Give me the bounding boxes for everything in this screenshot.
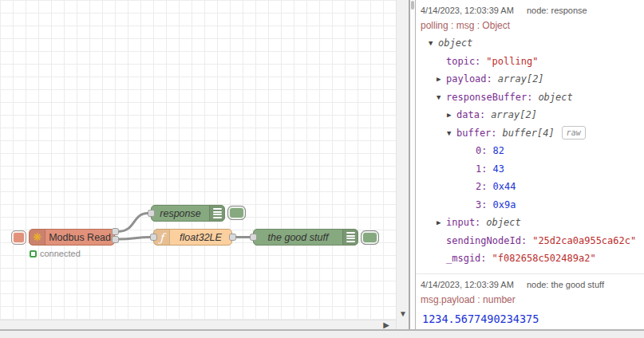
connected-status-icon: [30, 250, 37, 257]
debug-message-meta: 4/14/2023, 12:03:39 AM node: response: [421, 4, 639, 18]
modbus-node-button[interactable]: [11, 230, 26, 245]
message-source-node: node: the good stuff: [527, 280, 604, 289]
canvas-vertical-scrollbar[interactable]: ▼: [396, 0, 409, 329]
response-input-port[interactable]: [148, 210, 155, 217]
node-response[interactable]: response: [151, 205, 225, 222]
tree-row: _msgid:"f082658c502489a2": [421, 250, 639, 268]
wire-modbus-to-response[interactable]: [118, 214, 148, 232]
modbus-output-port-2[interactable]: [112, 236, 119, 243]
message-path: polling : msg : Object: [421, 18, 639, 34]
tree-row: ▶data:array[2]: [421, 106, 639, 124]
scroll-down-arrow-icon[interactable]: ▼: [398, 309, 408, 318]
node-float32le[interactable]: ƒ float32LE: [153, 229, 232, 246]
tree-row: 0:82: [421, 142, 639, 160]
message-timestamp: 4/14/2023, 12:03:39 AM: [421, 6, 514, 15]
modbus-output-port-1[interactable]: [112, 228, 119, 235]
object-tree: ▼object topic:"polling" ▶payload:array[2…: [421, 34, 639, 268]
tree-row: ▶payload:array[2]: [421, 70, 639, 88]
collapse-arrow-icon[interactable]: ▼: [437, 88, 446, 107]
tree-row: ▶input:object: [421, 214, 639, 232]
canvas-horizontal-scrollbar[interactable]: ▶: [0, 320, 396, 329]
wire-layer: [0, 0, 396, 320]
message-source-node: node: response: [527, 6, 587, 15]
modbus-gear-icon: ❋: [33, 232, 41, 242]
tree-row: ▼buffer:buffer[4]raw: [421, 124, 639, 143]
node-label: response: [152, 208, 209, 219]
node-label: float32LE: [170, 232, 231, 243]
debug-message-meta: 4/14/2023, 12:03:39 AM node: the good st…: [421, 278, 639, 292]
raw-toggle-button[interactable]: raw: [562, 126, 586, 140]
tree-row: 3:0x9a: [421, 196, 639, 214]
tree-row: topic:"polling": [421, 53, 639, 71]
goodstuff-debug-toggle-button[interactable]: [361, 230, 379, 245]
tree-row: sendingNodeId:"25d2ca0a955ca62c": [421, 232, 639, 250]
message-timestamp: 4/14/2023, 12:03:39 AM: [421, 280, 514, 289]
modbus-status: connected: [30, 249, 81, 258]
debug-sidebar: 4/14/2023, 12:03:39 AM node: response po…: [416, 0, 644, 329]
window-bottom-edge: [0, 329, 644, 338]
status-label: connected: [40, 249, 81, 258]
float32-input-port[interactable]: [150, 234, 157, 241]
debug-message: 4/14/2023, 12:03:39 AM node: the good st…: [416, 274, 644, 330]
function-icon: ƒ: [160, 232, 164, 243]
modbus-icon-box: ❋: [30, 230, 45, 245]
float32-output-port[interactable]: [229, 234, 236, 241]
wire-modbus-to-float32[interactable]: [118, 238, 150, 240]
message-path: msg.payload : number: [421, 292, 639, 309]
node-label: Modbus Read: [45, 232, 114, 243]
node-modbus-read[interactable]: ❋ Modbus Read: [29, 229, 115, 246]
expand-arrow-icon[interactable]: ▶: [437, 214, 446, 232]
tree-row: ▼responseBuffer:object: [421, 88, 639, 107]
expand-arrow-icon[interactable]: ▶: [437, 70, 446, 88]
debug-output-icon: [209, 206, 224, 221]
node-red-window: ❋ Modbus Read connected response ƒ float…: [0, 0, 644, 338]
node-good-stuff[interactable]: the good stuff: [253, 229, 358, 246]
tree-row: 2:0x44: [421, 178, 639, 196]
collapse-arrow-icon[interactable]: ▼: [447, 124, 456, 143]
debug-output-icon: [342, 230, 358, 245]
message-number-value: 1234.5677490234375: [421, 312, 639, 325]
expand-arrow-icon[interactable]: ▶: [447, 106, 456, 124]
flow-canvas[interactable]: ❋ Modbus Read connected response ƒ float…: [0, 0, 396, 320]
tree-row: 1:43: [421, 160, 639, 179]
collapse-arrow-icon[interactable]: ▼: [429, 34, 438, 53]
tree-row: ▼object: [421, 34, 639, 53]
sidebar-scrollbar-thumb[interactable]: [411, 1, 414, 10]
goodstuff-input-port[interactable]: [250, 234, 257, 241]
response-debug-toggle-button[interactable]: [227, 206, 246, 220]
node-label: the good stuff: [254, 232, 342, 243]
debug-message: 4/14/2023, 12:03:39 AM node: response po…: [416, 0, 644, 274]
